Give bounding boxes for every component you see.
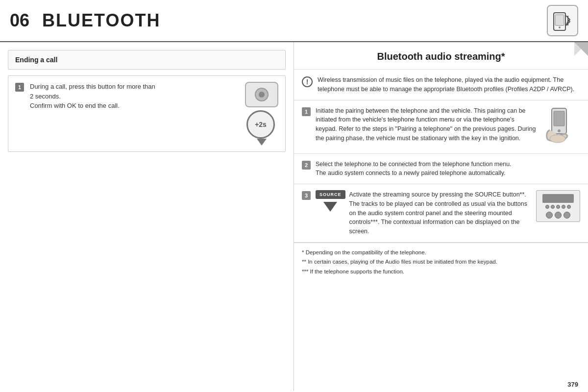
radio-btn-3: [556, 205, 560, 209]
bluetooth-icon: [547, 5, 578, 36]
phone-hand-svg: [541, 106, 578, 146]
right-step1-content: Initiate the pairing between the telepho…: [316, 106, 536, 143]
radio-buttons-row: [545, 205, 571, 209]
chapter-title: BLUETOOTH: [42, 10, 160, 31]
steering-button-illustration: [245, 82, 278, 107]
timer-illustration: +2s: [246, 110, 277, 146]
left-step1-images: +2s: [245, 82, 278, 146]
left-step1-text3: Confirm with OK to end the call.: [30, 102, 120, 109]
ending-call-box: Ending a call: [8, 50, 286, 70]
right-step3-text: Activate the streaming source by pressin…: [349, 190, 532, 236]
radio-btn-5: [567, 205, 571, 209]
svg-rect-1: [555, 15, 564, 25]
footnotes: * Depending on the compatibility of the …: [294, 243, 588, 282]
svg-point-2: [559, 26, 561, 28]
steering-button-center: [255, 88, 269, 101]
right-step1: 1 Initiate the pairing between the telep…: [294, 100, 588, 154]
left-step1-content: During a call, press this button for mor…: [30, 82, 239, 111]
radio-screen: [542, 194, 574, 203]
main-layout: Ending a call 1 During a call, press thi…: [0, 42, 588, 391]
radio-knob-2: [555, 212, 562, 219]
svg-rect-5: [554, 111, 564, 126]
timer-circle: +2s: [246, 110, 275, 139]
right-step1-number: 1: [302, 107, 311, 116]
left-step1-number: 1: [15, 83, 24, 92]
section-title: Bluetooth audio streaming*: [304, 51, 578, 62]
header-title-group: 06 BLUETOOTH: [10, 10, 160, 31]
svg-point-6: [558, 129, 561, 132]
left-column: Ending a call 1 During a call, press thi…: [0, 42, 294, 391]
right-body: ! Wireless transmission of music files o…: [294, 70, 588, 391]
right-step2-number: 2: [302, 161, 311, 170]
left-step1-box: 1 During a call, press this button for m…: [8, 75, 286, 152]
bluetooth-phone-svg: [552, 10, 573, 31]
svg-point-7: [550, 135, 565, 143]
radio-knob-1: [546, 212, 553, 219]
right-step2-content: Select the telephone to be connected fro…: [316, 160, 580, 178]
radio-knob-3: [564, 212, 570, 219]
page-header: 06 BLUETOOTH: [0, 0, 588, 42]
info-text: Wireless transmission of music files on …: [318, 75, 580, 94]
source-arrow-down: [323, 202, 337, 212]
right-step1-image: [541, 106, 580, 147]
right-column: Bluetooth audio streaming* ! Wireless tr…: [294, 42, 588, 391]
radio-btn-2: [551, 205, 555, 209]
chapter-number: 06: [10, 10, 29, 31]
footnote1: * Depending on the compatibility of the …: [302, 248, 580, 258]
left-step1-text2: 2 seconds.: [30, 93, 61, 100]
footnote3: *** If the telephone supports the functi…: [302, 267, 580, 277]
right-step2: 2 Select the telephone to be connected f…: [294, 154, 588, 185]
radio-knobs: [546, 212, 570, 219]
radio-unit-illustration: [536, 190, 580, 222]
radio-btn-1: [545, 205, 549, 209]
radio-btn-4: [562, 205, 565, 209]
steering-button-inner: [259, 92, 265, 98]
right-step3-number: 3: [302, 191, 311, 200]
exclamation-icon: !: [302, 76, 313, 87]
right-section-header: Bluetooth audio streaming*: [294, 42, 588, 70]
right-step3: 3 SOURCE Activate the streaming source b…: [294, 184, 588, 243]
left-step1-text1: During a call, press this button for mor…: [30, 83, 155, 90]
right-step2-text1: Select the telephone to be connected fro…: [316, 161, 512, 168]
right-step2-text2: The audio system connects to a newly pai…: [316, 170, 506, 176]
timer-arrow: [257, 139, 267, 146]
footnote2: ** In certain cases, playing of the Audi…: [302, 257, 580, 267]
right-step3-inner: SOURCE Activate the streaming source by …: [316, 190, 580, 236]
source-button-illustration: SOURCE: [316, 190, 345, 212]
source-btn-label: SOURCE: [316, 190, 345, 199]
ending-call-title: Ending a call: [15, 56, 57, 64]
info-box: ! Wireless transmission of music files o…: [294, 70, 588, 100]
page-number: 379: [567, 381, 578, 388]
